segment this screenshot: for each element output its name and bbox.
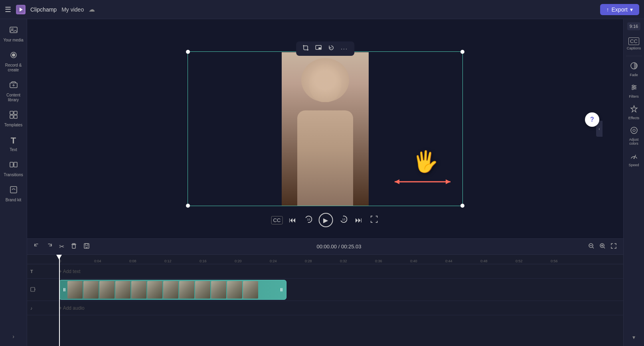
add-text-button[interactable]: + Add text (59, 269, 81, 274)
export-button[interactable]: ↑ Export ▾ (600, 4, 639, 15)
sidebar-item-brand-kit[interactable]: Brand kit (2, 182, 26, 206)
pip-button[interactable] (314, 44, 323, 53)
crop-button[interactable] (301, 44, 310, 53)
resize-handle-br[interactable] (460, 204, 464, 208)
fast-forward-button[interactable]: 10 (338, 214, 349, 227)
help-button[interactable]: ? (585, 112, 599, 127)
filmstrip-frame-12 (243, 281, 258, 299)
video-clip[interactable]: ⏸ (59, 280, 286, 300)
right-panel-captions[interactable]: CC Captions (625, 35, 643, 53)
play-button[interactable]: ▶ (318, 213, 333, 227)
right-panel-adjust-label: Adjust colors (627, 138, 641, 145)
text-track-row: T + Add text (27, 264, 623, 279)
sidebar-item-transitions[interactable]: Transitions (2, 157, 26, 181)
right-panel-chevron-down[interactable]: ▾ (630, 332, 638, 343)
add-audio-button[interactable]: + Add audio (59, 305, 85, 311)
svg-point-43 (631, 127, 637, 134)
filmstrip-frame-1 (67, 281, 83, 299)
right-panel-adjust-colors[interactable]: Adjust colors (625, 124, 643, 148)
filmstrip-frame-10 (211, 281, 226, 299)
sidebar-item-record-create[interactable]: Record & create (2, 47, 26, 76)
export-upload-icon: ↑ (606, 6, 609, 13)
right-panel-speed[interactable]: Speed (625, 149, 643, 169)
svg-rect-9 (10, 111, 13, 114)
right-panel-filters-label: Filters (629, 94, 639, 98)
sidebar-item-templates[interactable]: Templates (2, 107, 26, 131)
resize-handle-bl[interactable] (186, 204, 190, 208)
speed-icon (630, 152, 638, 162)
right-panel-effects[interactable]: Effects (625, 102, 643, 122)
text-icon: T (11, 136, 16, 146)
filmstrip-frame-4 (115, 281, 130, 299)
video-track-body: ⏸ (59, 279, 623, 301)
timeline-scroll-area[interactable]: 0 0:04 0:08 0:12 0:16 0:20 0:24 0:28 0:3… (27, 255, 623, 346)
svg-marker-19 (395, 179, 399, 184)
skip-forward-button[interactable]: ⏭ (354, 214, 364, 226)
right-panel-filters[interactable]: Filters (625, 81, 643, 101)
aspect-ratio-badge[interactable]: 9:16 (627, 22, 640, 30)
ruler-tick-7: 0:28 (305, 259, 312, 263)
skip-back-button[interactable]: ⏮ (287, 214, 298, 226)
text-track-label: T (27, 269, 59, 274)
svg-point-40 (632, 85, 634, 86)
video-track-label (27, 287, 59, 293)
filmstrip-frame-2 (83, 281, 99, 299)
text-track-icon: T (30, 269, 33, 274)
ruler-tick-13: 0:52 (516, 259, 523, 263)
record-icon (9, 51, 18, 61)
svg-rect-10 (14, 111, 17, 114)
templates-icon (9, 110, 18, 121)
resize-handle-tr[interactable] (460, 50, 464, 54)
ruler-tick-1: 0:04 (94, 259, 101, 263)
ruler-tick-5: 0:20 (235, 259, 242, 263)
hand-cursor-icon: 🖐 (413, 150, 439, 173)
sidebar-item-content-library[interactable]: Content library (2, 77, 26, 106)
sidebar-item-your-media[interactable]: Your media (2, 22, 26, 46)
cut-button[interactable]: ✂ (57, 241, 66, 252)
rewind-button[interactable]: 10 (302, 214, 314, 227)
sidebar-collapse-button[interactable]: › (9, 330, 18, 343)
right-panel-divider-1 (626, 56, 642, 56)
rotate-button[interactable] (326, 44, 336, 53)
sidebar-item-transitions-label: Transitions (4, 173, 23, 177)
zoom-out-button[interactable] (587, 241, 596, 252)
svg-rect-24 (72, 245, 75, 248)
more-options-button[interactable]: ··· (339, 45, 350, 53)
fullscreen-button[interactable] (369, 214, 379, 226)
sidebar-item-text[interactable]: T Text (2, 132, 26, 155)
save-to-media-button[interactable] (82, 241, 91, 252)
topbar-left: ☰ Clipchamp My video ☁ (5, 5, 600, 14)
effects-icon (630, 105, 638, 115)
ruler-tick-14: 0:56 (551, 259, 558, 263)
redo-button[interactable] (45, 241, 54, 252)
zoom-in-button[interactable] (598, 241, 607, 252)
right-panel-fade-label: Fade (630, 73, 638, 77)
text-track-body[interactable]: + Add text (59, 264, 623, 278)
cursor-overlay: 🖐 (413, 149, 439, 174)
resize-handle-tl[interactable] (186, 50, 190, 54)
undo-button[interactable] (32, 241, 41, 252)
timeline-zoom-controls (587, 241, 618, 252)
right-panel-fade[interactable]: Fade (625, 59, 643, 79)
svg-rect-12 (14, 115, 17, 118)
export-chevron-icon: ▾ (630, 6, 633, 13)
ruler-tick-12: 0:48 (480, 259, 488, 263)
captions-toggle-button[interactable]: CC (271, 216, 283, 224)
filmstrip-frame-7 (163, 281, 178, 299)
filmstrip-frame-8 (179, 281, 194, 299)
audio-track-label: ♪ (27, 306, 59, 311)
ruler-marks: 0 0:04 0:08 0:12 0:16 0:20 0:24 0:28 0:3… (59, 255, 623, 264)
svg-marker-35 (35, 289, 36, 290)
audio-track-body[interactable]: + Add audio (59, 301, 623, 315)
svg-rect-2 (10, 27, 17, 33)
topbar: ☰ Clipchamp My video ☁ ↑ Export ▾ (0, 0, 644, 19)
hamburger-menu-icon[interactable]: ☰ (5, 5, 11, 14)
delete-button[interactable] (69, 241, 79, 252)
right-panel-effects-label: Effects (628, 116, 639, 120)
svg-point-42 (632, 88, 634, 90)
ruler-tick-10: 0:40 (410, 259, 417, 263)
project-name[interactable]: My video (61, 6, 84, 13)
fit-to-timeline-button[interactable] (609, 241, 618, 252)
svg-point-41 (634, 86, 636, 88)
svg-text:10: 10 (307, 218, 310, 221)
